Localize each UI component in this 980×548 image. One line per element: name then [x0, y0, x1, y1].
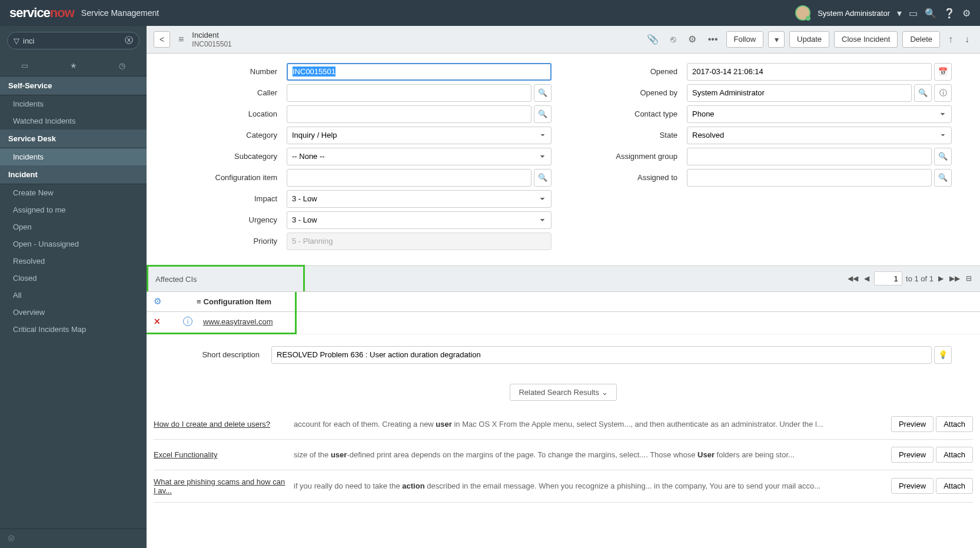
- help-icon[interactable]: ❔: [944, 8, 955, 19]
- more-icon[interactable]: •••: [705, 34, 722, 45]
- ci-lookup-icon[interactable]: 🔍: [534, 169, 552, 187]
- nav-item-open[interactable]: Open: [0, 218, 147, 235]
- delete-button[interactable]: Delete: [902, 31, 940, 48]
- nav-app-incident[interactable]: Incident: [0, 165, 147, 184]
- hamburger-icon[interactable]: ≡: [197, 297, 201, 306]
- back-button[interactable]: <: [154, 31, 170, 48]
- urgency-select[interactable]: 3 - Low: [287, 211, 552, 229]
- nav-item-overview[interactable]: Overview: [0, 304, 147, 321]
- nav-tab-all[interactable]: ▭: [0, 55, 49, 76]
- openedby-input[interactable]: [687, 84, 912, 102]
- menu-icon[interactable]: ≡: [175, 34, 187, 45]
- suggestion-icon[interactable]: 💡: [934, 346, 952, 364]
- number-input[interactable]: INC0015501: [287, 63, 552, 81]
- location-input[interactable]: [287, 105, 531, 123]
- nav-app-service-desk[interactable]: Service Desk: [0, 129, 147, 148]
- nav-item-create-new[interactable]: Create New: [0, 184, 147, 201]
- ci-link[interactable]: www.easytravel.com: [203, 317, 273, 326]
- pager-next-icon[interactable]: ▶: [937, 274, 945, 283]
- openedby-info-icon[interactable]: ⓘ: [934, 84, 952, 102]
- follow-button[interactable]: Follow: [726, 31, 764, 48]
- attach-button[interactable]: Attach: [936, 478, 973, 494]
- result-title[interactable]: Excel Functionality: [154, 450, 289, 459]
- openedby-lookup-icon[interactable]: 🔍: [914, 84, 932, 102]
- attach-button[interactable]: Attach: [936, 416, 973, 432]
- nav-item-closed[interactable]: Closed: [0, 270, 147, 287]
- next-record-icon[interactable]: ↓: [961, 34, 973, 45]
- list-gear-icon[interactable]: ⚙: [154, 296, 161, 307]
- openedby-label: Opened by: [575, 88, 687, 97]
- search-icon[interactable]: 🔍: [925, 8, 936, 19]
- pager-collapse-icon[interactable]: ⊟: [965, 274, 973, 283]
- category-select[interactable]: Inquiry / Help: [287, 127, 552, 144]
- urgency-label: Urgency: [175, 215, 287, 224]
- nav-app-self-service[interactable]: Self-Service: [0, 77, 147, 95]
- nav-collapse[interactable]: ⦾: [0, 529, 147, 548]
- nav-item-sd-incidents[interactable]: Incidents: [0, 148, 147, 165]
- prev-record-icon[interactable]: ↑: [945, 34, 956, 45]
- avatar[interactable]: [795, 5, 810, 21]
- settings-icon[interactable]: ⚙: [685, 34, 700, 45]
- impact-select[interactable]: 3 - Low: [287, 190, 552, 208]
- form-header: < ≡ Incident INC0015501 📎 ⎋ ⚙ ••• Follow…: [147, 26, 980, 54]
- delete-row-icon[interactable]: ✕: [154, 317, 161, 326]
- result-title[interactable]: How do I create and delete users?: [154, 420, 289, 429]
- ci-input[interactable]: [287, 169, 531, 187]
- nav-item-assigned-to-me[interactable]: Assigned to me: [0, 201, 147, 218]
- category-label: Category: [175, 131, 287, 140]
- nav-item-open-unassigned[interactable]: Open - Unassigned: [0, 235, 147, 253]
- preview-button[interactable]: Preview: [891, 447, 934, 463]
- follow-dropdown[interactable]: ▾: [768, 31, 785, 48]
- form-subtitle: INC0015501: [192, 40, 231, 48]
- assto-lookup-icon[interactable]: 🔍: [934, 169, 952, 187]
- clear-filter-icon[interactable]: ⓧ: [125, 35, 133, 46]
- contact-select[interactable]: Phone: [687, 105, 952, 123]
- nav-tab-favorites[interactable]: ★: [49, 55, 98, 76]
- user-menu[interactable]: System Administrator: [818, 9, 890, 18]
- activity-icon[interactable]: ⎋: [667, 34, 680, 45]
- close-incident-button[interactable]: Close Incident: [834, 31, 898, 48]
- caret-down-icon[interactable]: ▾: [897, 8, 902, 19]
- col-config-item[interactable]: Configuration Item: [204, 297, 272, 306]
- caller-lookup-icon[interactable]: 🔍: [534, 84, 552, 102]
- pager-first-icon[interactable]: ◀◀: [846, 274, 859, 283]
- product-title: Service Management: [81, 8, 159, 18]
- assgrp-lookup-icon[interactable]: 🔍: [934, 148, 952, 165]
- short-desc-label: Short description: [175, 350, 269, 359]
- caller-label: Caller: [175, 88, 287, 97]
- state-select[interactable]: Resolved: [687, 127, 952, 144]
- contact-label: Contact type: [575, 109, 687, 118]
- info-icon[interactable]: i: [183, 317, 192, 326]
- chat-icon[interactable]: ▭: [909, 8, 918, 19]
- update-button[interactable]: Update: [789, 31, 829, 48]
- subcategory-label: Subcategory: [175, 152, 287, 161]
- filter-input[interactable]: [23, 36, 125, 45]
- pager-input[interactable]: [874, 271, 902, 285]
- preview-button[interactable]: Preview: [891, 478, 934, 494]
- nav-item-all[interactable]: All: [0, 287, 147, 304]
- assgrp-input[interactable]: [687, 148, 932, 165]
- pager-prev-icon[interactable]: ◀: [863, 274, 871, 283]
- nav-item-critical-map[interactable]: Critical Incidents Map: [0, 321, 147, 338]
- pager-last-icon[interactable]: ▶▶: [948, 274, 961, 283]
- nav-item-resolved[interactable]: Resolved: [0, 253, 147, 270]
- nav-tab-history[interactable]: ◷: [98, 55, 147, 76]
- related-search-toggle[interactable]: Related Search Results ⌄: [510, 384, 616, 401]
- result-snippet: if you really do need to take the action…: [289, 481, 891, 490]
- filter-navigator[interactable]: ▽ ⓧ: [7, 32, 139, 49]
- nav-item-incidents[interactable]: Incidents: [0, 95, 147, 112]
- assto-input[interactable]: [687, 169, 932, 187]
- short-desc-input[interactable]: [271, 346, 932, 364]
- preview-button[interactable]: Preview: [891, 416, 934, 432]
- nav-item-watched-incidents[interactable]: Watched Incidents: [0, 112, 147, 129]
- ci-label: Configuration item: [175, 173, 287, 182]
- caller-input[interactable]: [287, 84, 531, 102]
- location-lookup-icon[interactable]: 🔍: [534, 105, 552, 123]
- subcategory-select[interactable]: -- None --: [287, 148, 552, 165]
- gear-icon[interactable]: ⚙: [962, 8, 971, 19]
- opened-input[interactable]: [687, 63, 932, 81]
- result-title[interactable]: What are phishing scams and how can I av…: [154, 477, 289, 495]
- calendar-icon[interactable]: 📅: [934, 63, 952, 81]
- attachment-icon[interactable]: 📎: [643, 34, 662, 45]
- attach-button[interactable]: Attach: [936, 447, 973, 463]
